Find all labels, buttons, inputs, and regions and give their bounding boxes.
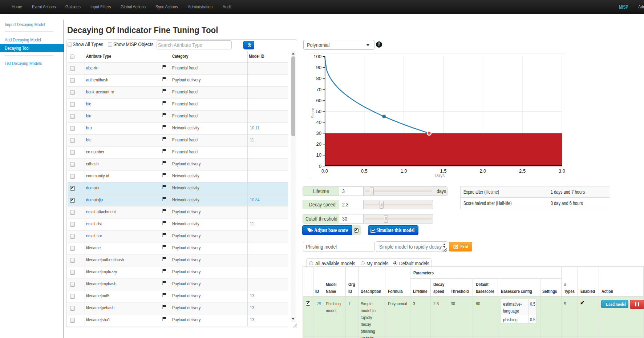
svg-text:2.5: 2.5	[519, 168, 526, 174]
svg-text:100: 100	[313, 54, 321, 59]
svg-text:2.0: 2.0	[479, 168, 486, 174]
svg-text:1.0: 1.0	[401, 168, 407, 174]
svg-text:70: 70	[316, 87, 321, 92]
svg-text:90: 90	[316, 65, 321, 70]
svg-text:0.5: 0.5	[361, 168, 368, 174]
svg-text:20: 20	[316, 141, 321, 147]
svg-text:Days: Days	[435, 173, 445, 178]
svg-text:60: 60	[316, 98, 321, 103]
svg-text:Score: Score	[311, 108, 315, 118]
svg-text:30: 30	[316, 130, 321, 136]
svg-text:3.0: 3.0	[559, 168, 565, 174]
svg-text:40: 40	[316, 120, 321, 125]
svg-text:0: 0	[319, 164, 321, 169]
svg-text:50: 50	[316, 109, 321, 114]
svg-text:10: 10	[316, 152, 321, 158]
svg-text:80: 80	[316, 76, 321, 81]
svg-text:0.0: 0.0	[321, 168, 328, 174]
